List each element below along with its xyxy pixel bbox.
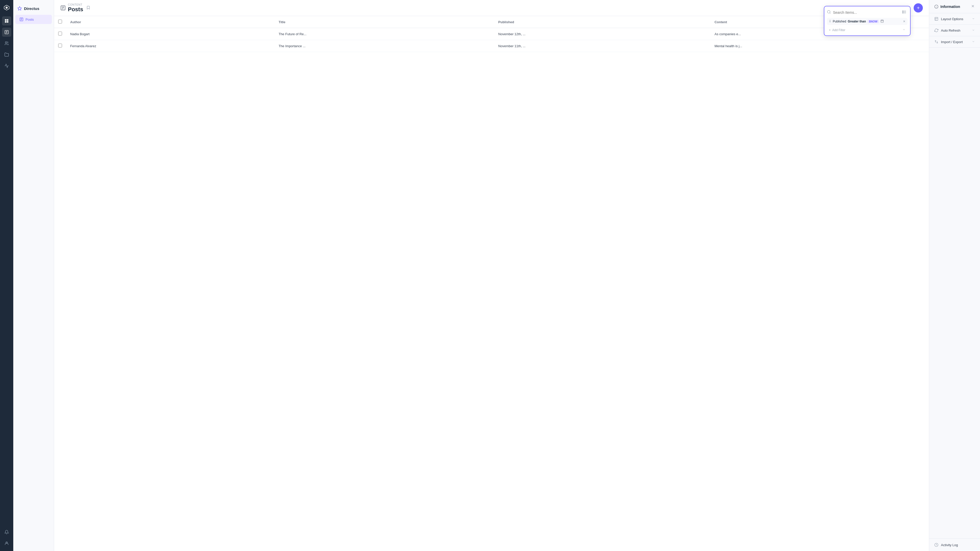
import-export-icon	[934, 40, 939, 44]
activity-log-icon	[934, 543, 939, 547]
add-filter-row[interactable]: + Add Filter	[827, 27, 907, 33]
table-row: Nadia Bogart The Future of Re... Novembe…	[54, 28, 929, 40]
cell-author: Fernanda Alvarez	[66, 40, 275, 52]
autorefresh-chevron-icon	[972, 28, 975, 32]
auto-refresh-label: Auto Refresh	[941, 29, 960, 32]
panel-section-import-export-label: Import / Export	[934, 40, 963, 44]
nav-home-icon[interactable]	[2, 16, 11, 25]
cell-published: November 12th, ...	[494, 28, 710, 40]
cell-published: November 11th, ...	[494, 40, 710, 52]
panel-title: Information	[934, 5, 960, 9]
svg-rect-3	[5, 21, 6, 23]
svg-point-9	[5, 41, 7, 43]
right-panel: Information Layout Options	[929, 0, 980, 551]
add-filter-label: Add Filter	[832, 28, 845, 32]
svg-rect-4	[7, 21, 8, 23]
svg-point-0	[6, 6, 8, 9]
table-row: Fernanda Alvarez The Importance ... Nove…	[54, 40, 929, 52]
nav-insights-icon[interactable]	[2, 61, 11, 70]
header-checkbox-cell	[54, 16, 66, 28]
filter-remove-icon[interactable]: ✕	[903, 20, 905, 23]
svg-point-26	[903, 12, 904, 13]
sidebar-item-label: Posts	[25, 17, 34, 21]
sidebar-brand-label: Directus	[24, 6, 39, 11]
sidebar-item-posts[interactable]: Posts	[15, 15, 52, 24]
breadcrumb-section: Content Posts	[68, 3, 83, 13]
cell-content: Mental health is j...	[711, 40, 929, 52]
svg-rect-37	[935, 17, 938, 21]
app-logo[interactable]	[2, 3, 11, 12]
nav-files-icon[interactable]	[2, 50, 11, 59]
import-export-chevron-icon	[972, 40, 975, 44]
cell-title: The Future of Re...	[275, 28, 494, 40]
filter-value: $NOW	[867, 20, 879, 23]
add-filter-chevron-icon	[902, 28, 905, 32]
row-checkbox-1[interactable]	[58, 44, 62, 48]
search-input-row	[827, 9, 907, 16]
column-published: Published	[494, 16, 710, 28]
posts-table: Author Title Published Content Nadia Bog…	[54, 16, 929, 52]
breadcrumb-parent: Content	[68, 3, 83, 6]
add-filter-plus-icon: +	[829, 28, 831, 32]
content-nav-icon	[60, 5, 66, 11]
filter-operator: Greater than	[848, 20, 866, 23]
table-container: Author Title Published Content Nadia Bog…	[54, 16, 929, 551]
nav-user-icon[interactable]	[2, 539, 11, 548]
breadcrumb: Content Posts	[60, 3, 83, 13]
panel-spacer	[929, 48, 980, 538]
svg-point-27	[903, 13, 904, 14]
layout-icon	[934, 17, 939, 21]
main-header: Content Posts 2 Items	[54, 0, 929, 16]
search-icon	[827, 10, 831, 15]
svg-point-25	[903, 11, 904, 11]
search-dropdown: ⠿ Published Greater than $NOW ✕	[824, 6, 911, 36]
sidebar-brand: Directus	[13, 4, 54, 15]
search-input[interactable]	[833, 11, 899, 14]
svg-rect-28	[881, 20, 883, 22]
activity-log-label: Activity Log	[941, 543, 958, 547]
panel-close-icon[interactable]	[971, 4, 975, 9]
panel-title-label: Information	[940, 5, 960, 9]
filter-icon[interactable]	[901, 9, 907, 16]
column-author: Author	[66, 16, 275, 28]
table-header-row: Author Title Published Content	[54, 16, 929, 28]
svg-rect-2	[7, 19, 8, 21]
filter-field: Published	[833, 20, 846, 23]
svg-line-21	[830, 13, 830, 14]
layout-chevron-icon	[972, 17, 975, 21]
cell-title: The Importance ...	[275, 40, 494, 52]
nav-users-icon[interactable]	[2, 39, 11, 48]
svg-point-20	[827, 11, 830, 13]
activity-log-section[interactable]: Activity Log	[929, 538, 980, 551]
nav-notifications-icon[interactable]	[2, 527, 11, 537]
sidebar: Directus Posts	[13, 0, 54, 551]
panel-section-layout[interactable]: Layout Options	[929, 13, 980, 25]
svg-marker-11	[18, 6, 22, 10]
import-export-label: Import / Export	[941, 40, 963, 44]
filter-drag-icon: ⠿	[829, 20, 831, 23]
add-button[interactable]: +	[914, 3, 923, 13]
icon-bar	[0, 0, 13, 551]
select-all-checkbox[interactable]	[58, 20, 62, 24]
nav-content-icon[interactable]	[2, 27, 11, 37]
panel-section-autorefresh[interactable]: Auto Refresh	[929, 25, 980, 36]
panel-section-layout-label: Layout Options	[934, 17, 963, 21]
panel-section-import-export[interactable]: Import / Export	[929, 36, 980, 48]
main-content: Content Posts 2 Items	[54, 0, 929, 551]
column-title: Title	[275, 16, 494, 28]
row-checkbox-cell	[54, 40, 66, 52]
svg-rect-1	[5, 19, 6, 21]
panel-header: Information	[929, 0, 980, 13]
row-checkbox-cell	[54, 28, 66, 40]
bookmark-icon[interactable]	[86, 6, 90, 11]
cell-author: Nadia Bogart	[66, 28, 275, 40]
row-checkbox-0[interactable]	[58, 32, 62, 35]
refresh-icon	[934, 28, 939, 32]
page-title: Posts	[68, 6, 83, 13]
info-icon	[934, 5, 939, 9]
panel-section-autorefresh-label: Auto Refresh	[934, 28, 960, 32]
layout-options-label: Layout Options	[941, 17, 963, 21]
filter-calendar-icon[interactable]	[880, 19, 884, 24]
filter-tag-row: ⠿ Published Greater than $NOW ✕	[827, 18, 907, 25]
